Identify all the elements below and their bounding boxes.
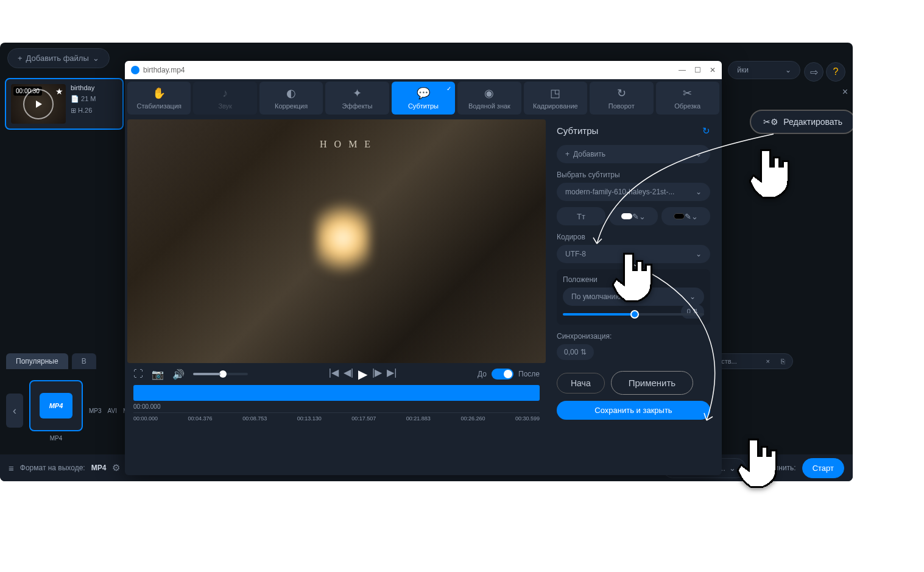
save-close-button[interactable]: Сохранить и закрыть — [557, 401, 710, 420]
tab-stabilization[interactable]: ✋Стабилизация — [127, 82, 191, 115]
close-secondary-icon[interactable]: × — [842, 87, 848, 97]
tab-watermark[interactable]: ◉Водяной знак — [457, 82, 521, 115]
stamp-icon: ◉ — [484, 87, 494, 100]
file-size: 📄 21 M — [71, 95, 96, 103]
format-mp3[interactable]: MP3 — [89, 408, 102, 414]
after-label: После — [518, 370, 540, 378]
maximize-icon[interactable]: ☐ — [694, 66, 701, 74]
chevron-down-icon: ⌄ — [696, 250, 702, 258]
crop-icon: ◳ — [550, 87, 560, 100]
tab-other[interactable]: В — [72, 353, 96, 369]
file-list: 00:00:30 ★ birthday 📄 21 M ⊞ H.26 — [5, 78, 124, 383]
file-thumbnail[interactable]: 00:00:30 ★ — [11, 84, 66, 124]
file-info: birthday 📄 21 M ⊞ H.26 — [71, 84, 96, 124]
music-icon: ♪ — [222, 87, 228, 100]
volume-icon[interactable]: 🔊 — [172, 369, 185, 380]
merge-label: Объединить: — [752, 464, 796, 472]
add-subtitle-button[interactable]: +Добавить⌄ — [557, 145, 710, 163]
before-after-toggle[interactable] — [492, 369, 513, 380]
tab-subtitles[interactable]: 💬Субтитры✓ — [392, 82, 455, 115]
skip-fwd-icon[interactable]: ▶| — [387, 367, 397, 381]
format-out-value: MP4 — [91, 464, 107, 472]
file-codec: ⊞ H.26 — [71, 107, 96, 115]
volume-slider[interactable] — [193, 373, 248, 375]
chevron-down-icon: ⌄ — [729, 464, 736, 473]
font-button[interactable]: Тт — [557, 207, 605, 225]
tab-sound[interactable]: ♪Звук — [193, 82, 256, 115]
app-logo-icon — [131, 66, 139, 74]
snapshot-icon[interactable]: 📷 — [152, 369, 164, 380]
step-back-icon[interactable]: ◀| — [344, 367, 353, 381]
share-icon[interactable]: ⇨ — [804, 62, 823, 82]
play-icon — [36, 101, 42, 108]
before-label: До — [478, 370, 487, 378]
timeline-current: 00:00.000 — [133, 403, 540, 410]
apply-button[interactable]: Применить — [611, 371, 694, 395]
editor-window: birthday.mp4 — ☐ ✕ ✋Стабилизация ♪Звук ◐… — [125, 61, 722, 475]
encoding-label: Кодиров — [557, 233, 710, 241]
position-slider[interactable] — [563, 313, 704, 316]
position-selector[interactable]: По умолчанию⌄ — [563, 288, 704, 306]
select-label: Выбрать субтитры — [557, 171, 710, 179]
scissors-icon: ✂ — [683, 87, 692, 100]
fullscreen-icon[interactable]: ⛶ — [133, 369, 143, 380]
format-out-label: Формат на выходе: — [20, 464, 85, 472]
window-title: birthday.mp4 — [143, 66, 185, 74]
timeline[interactable]: 00:00.000 00:00.00000:04.37600:08.75300:… — [127, 385, 546, 428]
start-conversion-button[interactable]: Старт — [802, 458, 844, 478]
contrast-icon: ◐ — [286, 87, 296, 100]
tab-correction[interactable]: ◐Коррекция — [259, 82, 323, 115]
chevron-down-icon: ⌄ — [785, 66, 791, 74]
sync-label: Синхронизация: — [557, 332, 710, 341]
position-label: Положени — [563, 275, 704, 284]
preview-decoration: H O M E — [320, 139, 373, 150]
window-titlebar: birthday.mp4 — ☐ ✕ — [125, 61, 722, 79]
chevron-down-icon: ⌄ — [689, 292, 696, 301]
check-icon: ✓ — [446, 85, 451, 92]
preview-area: H O M E ⛶ 📷 🔊 |◀ ◀| ▶ |▶ ▶| До — [125, 117, 548, 434]
sync-input[interactable]: 0,00 ⇅ — [557, 344, 594, 360]
help-icon[interactable]: ? — [826, 62, 845, 82]
add-files-button[interactable]: +Добавить файлы⌄ — [7, 48, 110, 68]
gear-icon[interactable]: ⚙ — [112, 462, 120, 473]
plus-icon: + — [18, 54, 23, 63]
subtitle-selector[interactable]: modern-family-610-haleys-21st-...⌄ — [557, 183, 710, 201]
star-icon: ★ — [55, 87, 63, 96]
step-fwd-icon[interactable]: |▶ — [372, 367, 382, 381]
wand-icon: ✦ — [353, 87, 362, 100]
tab-trim[interactable]: ✂Обрезка — [656, 82, 719, 115]
tab-crop[interactable]: ◳Кадрирование — [524, 82, 587, 115]
tab-rotate[interactable]: ↻Поворот — [590, 82, 653, 115]
format-mp4[interactable]: MP4MP4 — [29, 380, 83, 442]
chevron-down-icon: ⌄ — [93, 54, 99, 63]
settings-dropdown[interactable]: йки⌄ — [728, 61, 800, 79]
play-button[interactable]: ▶ — [358, 367, 367, 381]
position-value[interactable]: 0 ⇅ — [681, 305, 704, 319]
subtitle-panel: Субтитры↻ +Добавить⌄ Выбрать субтитры mo… — [548, 117, 719, 434]
encoding-selector[interactable]: UTF-8⌄ — [557, 245, 710, 263]
file-name: birthday — [71, 84, 96, 91]
minimize-icon[interactable]: — — [679, 66, 686, 74]
tab-popular[interactable]: Популярные — [6, 353, 68, 369]
file-card[interactable]: 00:00:30 ★ birthday 📄 21 M ⊞ H.26 — [5, 78, 124, 130]
refresh-icon[interactable]: ↻ — [702, 125, 710, 136]
timeline-track[interactable] — [133, 385, 540, 401]
speech-icon: 💬 — [417, 87, 430, 100]
panel-title: Субтитры — [557, 125, 598, 136]
list-icon[interactable]: ≡ — [9, 463, 14, 473]
player-controls: ⛶ 📷 🔊 |◀ ◀| ▶ |▶ ▶| До После — [127, 363, 546, 385]
hand-icon: ✋ — [152, 87, 166, 100]
carousel-prev[interactable]: ‹ — [6, 394, 23, 428]
edit-tabs: ✋Стабилизация ♪Звук ◐Коррекция ✦Эффекты … — [125, 79, 722, 117]
duration-badge: 00:00:30 — [13, 87, 42, 96]
bg-color-button[interactable]: ✎⌄ — [661, 207, 710, 225]
format-avi[interactable]: AVI — [108, 408, 117, 414]
video-preview[interactable]: H O M E — [127, 119, 546, 363]
skip-back-icon[interactable]: |◀ — [329, 367, 339, 381]
text-color-button[interactable]: ✎⌄ — [609, 207, 658, 225]
edit-button[interactable]: ✂⚙Редактировать — [750, 110, 853, 134]
tab-effects[interactable]: ✦Эффекты — [325, 82, 389, 115]
close-icon[interactable]: ✕ — [710, 66, 716, 74]
timeline-ruler: 00:00.00000:04.37600:08.75300:13.13000:1… — [133, 412, 540, 422]
start-button[interactable]: Нача — [557, 373, 605, 394]
